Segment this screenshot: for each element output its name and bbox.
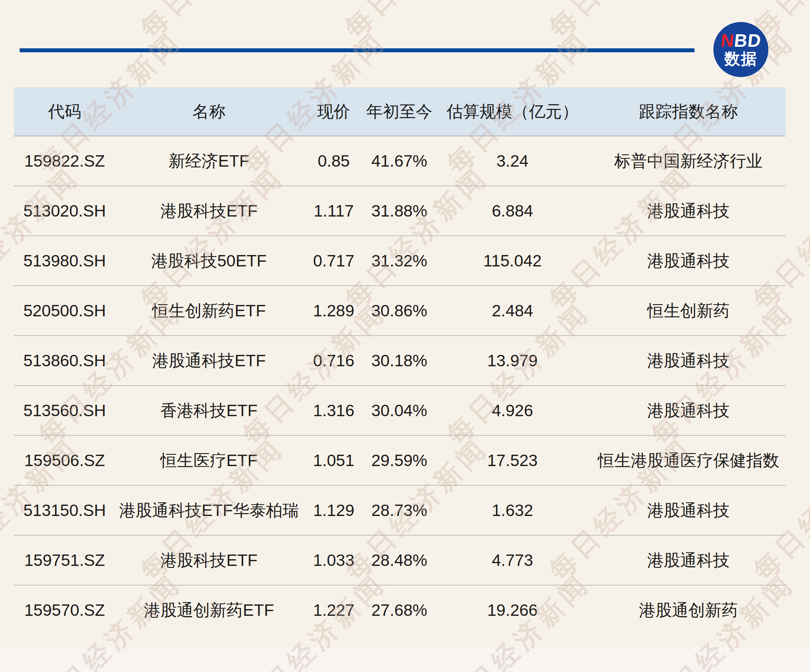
table-row: 513860.SH港股通科技ETF0.71630.18%13.979港股通科技 — [14, 336, 786, 386]
cell-scale: 13.979 — [434, 336, 591, 386]
cell-index: 港股通科技 — [591, 186, 786, 236]
nbd-logo-cn-text: 数据 — [724, 50, 757, 68]
cell-ytd: 31.88% — [365, 186, 434, 236]
watermark-text: 每日经济新闻 — [0, 0, 87, 46]
cell-scale: 4.773 — [434, 535, 591, 585]
cell-scale: 17.523 — [434, 435, 591, 485]
header-divider-line — [20, 48, 695, 52]
cell-code: 520500.SH — [14, 286, 115, 336]
etf-table-header: 代码名称现价年初至今估算规模（亿元）跟踪指数名称 — [14, 87, 786, 136]
cell-ytd: 28.73% — [365, 485, 434, 535]
cell-code: 159751.SZ — [14, 535, 115, 585]
cell-price: 1.129 — [302, 485, 365, 535]
header-row: 代码名称现价年初至今估算规模（亿元）跟踪指数名称 — [14, 87, 786, 136]
cell-code: 159822.SZ — [14, 136, 115, 186]
table-row: 513150.SH港股通科技ETF华泰柏瑞1.12928.73%1.632港股通… — [14, 485, 786, 535]
cell-scale: 19.266 — [434, 585, 591, 635]
cell-index: 港股通科技 — [591, 386, 786, 435]
cell-code: 159570.SZ — [14, 585, 115, 635]
cell-index: 港股通创新药 — [591, 585, 786, 635]
cell-ytd: 41.67% — [365, 136, 434, 186]
table-row: 159570.SZ港股通创新药ETF1.22727.68%19.266港股通创新… — [14, 585, 786, 635]
cell-name: 香港科技ETF — [115, 386, 302, 435]
cell-index: 港股通科技 — [591, 336, 786, 386]
table-row: 513560.SH香港科技ETF1.31630.04%4.926港股通科技 — [14, 386, 786, 435]
bottom-strip — [0, 648, 810, 672]
watermark-text: 每日经济新闻 — [541, 0, 700, 46]
cell-code: 513020.SH — [14, 186, 115, 236]
cell-price: 1.117 — [302, 186, 365, 236]
column-header-ytd: 年初至今 — [365, 87, 434, 136]
cell-ytd: 31.32% — [365, 236, 434, 286]
cell-scale: 1.632 — [434, 485, 591, 535]
cell-ytd: 30.86% — [365, 286, 434, 336]
etf-table-body: 159822.SZ新经济ETF0.8541.67%3.24标普中国新经济行业51… — [14, 136, 786, 635]
cell-name: 港股通创新药ETF — [115, 585, 302, 635]
cell-scale: 2.484 — [434, 286, 591, 336]
cell-name: 港股通科技ETF华泰柏瑞 — [115, 485, 302, 535]
cell-scale: 3.24 — [434, 136, 591, 186]
cell-name: 恒生创新药ETF — [115, 286, 302, 336]
watermark-text: 每日经济新闻 — [337, 0, 496, 46]
cell-name: 恒生医疗ETF — [115, 435, 302, 485]
cell-index: 恒生创新药 — [591, 286, 786, 336]
cell-price: 1.227 — [302, 585, 365, 635]
cell-code: 513150.SH — [14, 485, 115, 535]
cell-code: 513560.SH — [14, 386, 115, 435]
cell-scale: 6.884 — [434, 186, 591, 236]
cell-price: 0.85 — [302, 136, 365, 186]
table-row: 159822.SZ新经济ETF0.8541.67%3.24标普中国新经济行业 — [14, 136, 786, 186]
nbd-data-logo: NBD 数据 — [713, 22, 768, 77]
cell-code: 513860.SH — [14, 336, 115, 386]
cell-ytd: 30.18% — [365, 336, 434, 386]
table-row: 513980.SH港股科技50ETF0.71731.32%115.042港股通科… — [14, 236, 786, 286]
cell-price: 1.289 — [302, 286, 365, 336]
cell-price: 1.051 — [302, 435, 365, 485]
nbd-logo-letters-bd: BD — [733, 30, 762, 51]
column-header-scale: 估算规模（亿元） — [434, 87, 591, 136]
cell-scale: 4.926 — [434, 386, 591, 435]
table-row: 159751.SZ港股科技ETF1.03328.48%4.773港股通科技 — [14, 535, 786, 585]
cell-name: 港股科技ETF — [115, 186, 302, 236]
nbd-logo-letter-n: N — [720, 30, 735, 51]
column-header-index: 跟踪指数名称 — [591, 87, 786, 136]
table-row: 520500.SH恒生创新药ETF1.28930.86%2.484恒生创新药 — [14, 286, 786, 336]
cell-price: 1.033 — [302, 535, 365, 585]
cell-index: 港股通科技 — [591, 236, 786, 286]
cell-price: 0.717 — [302, 236, 365, 286]
column-header-name: 名称 — [115, 87, 302, 136]
cell-index: 港股通科技 — [591, 535, 786, 585]
cell-ytd: 29.59% — [365, 435, 434, 485]
cell-name: 港股通科技ETF — [115, 336, 302, 386]
nbd-logo-text: NBD — [720, 31, 762, 50]
cell-code: 159506.SZ — [14, 435, 115, 485]
table-row: 513020.SH港股科技ETF1.11731.88%6.884港股通科技 — [14, 186, 786, 236]
cell-price: 0.716 — [302, 336, 365, 386]
cell-ytd: 27.68% — [365, 585, 434, 635]
cell-name: 港股科技ETF — [115, 535, 302, 585]
cell-ytd: 28.48% — [365, 535, 434, 585]
cell-name: 新经济ETF — [115, 136, 302, 186]
cell-ytd: 30.04% — [365, 386, 434, 435]
table-row: 159506.SZ恒生医疗ETF1.05129.59%17.523恒生港股通医疗… — [14, 435, 786, 485]
cell-index: 恒生港股通医疗保健指数 — [591, 435, 786, 485]
cell-name: 港股科技50ETF — [115, 236, 302, 286]
column-header-price: 现价 — [302, 87, 365, 136]
etf-table: 代码名称现价年初至今估算规模（亿元）跟踪指数名称 159822.SZ新经济ETF… — [14, 87, 786, 635]
cell-price: 1.316 — [302, 386, 365, 435]
cell-code: 513980.SH — [14, 236, 115, 286]
column-header-code: 代码 — [14, 87, 115, 136]
cell-index: 港股通科技 — [591, 485, 786, 535]
etf-infographic-page: NBD 数据 代码名称现价年初至今估算规模（亿元）跟踪指数名称 159822.S… — [0, 0, 810, 672]
watermark-text: 每日经济新闻 — [133, 0, 291, 46]
cell-scale: 115.042 — [434, 236, 591, 286]
cell-index: 标普中国新经济行业 — [591, 136, 786, 186]
